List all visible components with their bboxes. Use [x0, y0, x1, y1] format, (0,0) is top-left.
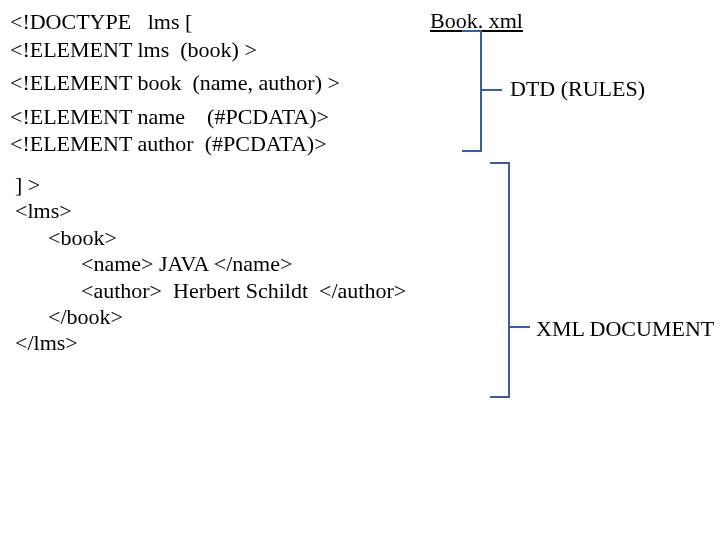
dtd-line: <!ELEMENT author (#PCDATA)>	[10, 130, 340, 158]
xml-line: </lms>	[15, 330, 406, 356]
xml-line: <author> Herbert Schildt </author>	[15, 278, 406, 304]
dtd-line: <!ELEMENT book (name, author) >	[10, 69, 340, 97]
bracket-icon	[490, 162, 510, 398]
dtd-line: <!ELEMENT lms (book) >	[10, 36, 340, 64]
bracket-icon	[462, 30, 482, 152]
connector-line	[508, 326, 530, 328]
dtd-line: <!ELEMENT name (#PCDATA)>	[10, 103, 340, 131]
connector-line	[480, 89, 502, 91]
xml-block: ] > <lms> <book> <name> JAVA </name> <au…	[15, 172, 406, 357]
xml-label: XML DOCUMENT	[536, 316, 714, 342]
xml-line: ] >	[15, 172, 406, 198]
xml-line: <book>	[15, 225, 406, 251]
dtd-line: <!DOCTYPE lms [	[10, 8, 340, 36]
dtd-block: <!DOCTYPE lms [ <!ELEMENT lms (book) > <…	[10, 8, 340, 158]
xml-line: </book>	[15, 304, 406, 330]
xml-line: <lms>	[15, 198, 406, 224]
xml-line: <name> JAVA </name>	[15, 251, 406, 277]
dtd-label: DTD (RULES)	[510, 76, 645, 102]
